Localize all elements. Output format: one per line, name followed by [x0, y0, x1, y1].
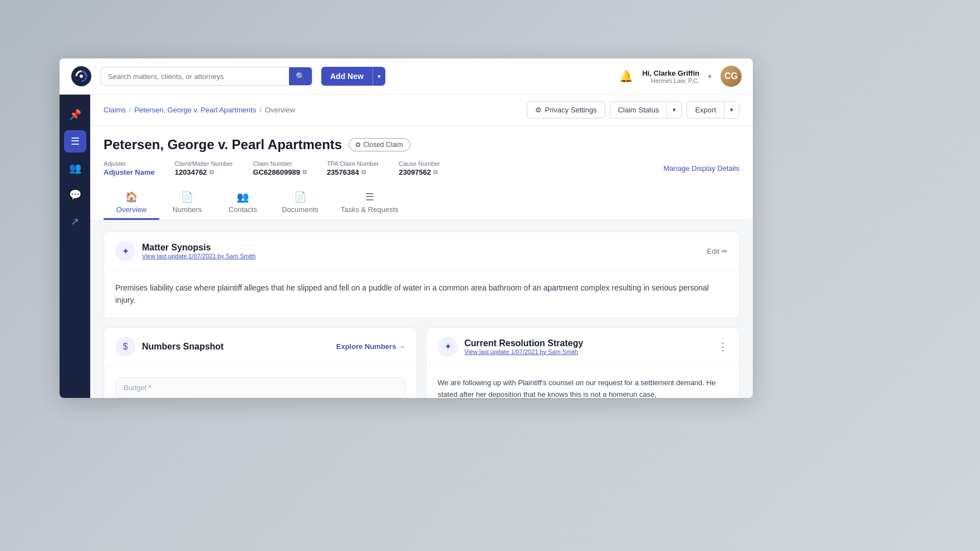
tab-overview[interactable]: 🏠 Overview — [104, 185, 159, 220]
matter-synopsis-title-group: Matter Synopsis View last update 1/07/20… — [142, 243, 256, 259]
documents-icon: 📄 — [294, 191, 306, 203]
claim-number-text: GC628609989 — [253, 168, 300, 176]
explore-numbers-link[interactable]: Explore Numbers → — [336, 342, 405, 351]
resolution-strategy-title: Current Resolution Strategy — [464, 338, 583, 348]
claim-title-row: Petersen, George v. Pearl Apartments Clo… — [104, 137, 739, 152]
resolution-strategy-icon: ✦ — [444, 341, 452, 352]
sidebar: 📌 ☰ 👥 💬 ↗ — [60, 95, 90, 398]
tpa-claim-value: 23576384 ⧉ — [327, 168, 379, 176]
navbar: 🔍 Add New ▾ 🔔 Hi, Clarke Griffin Hermes … — [60, 58, 753, 95]
tab-overview-label: Overview — [116, 205, 146, 218]
numbers-snapshot-header: $ Numbers Snapshot Explore Numbers → — [104, 328, 416, 366]
tab-numbers-label: Numbers — [173, 205, 202, 218]
contacts-icon: 👥 — [237, 191, 249, 203]
export-button[interactable]: Export — [687, 102, 724, 118]
page-content: ✦ Matter Synopsis View last update 1/07/… — [90, 220, 753, 398]
tab-numbers[interactable]: 📄 Numbers — [159, 185, 215, 220]
matter-synopsis-icon-wrap: ✦ — [115, 241, 135, 261]
cause-number-label: Cause Number — [399, 160, 440, 167]
resolution-strategy-body: We are following up with Plaintiff's cou… — [427, 366, 739, 398]
notification-bell-icon[interactable]: 🔔 — [619, 70, 633, 83]
tab-contacts-label: Contacts — [228, 205, 257, 218]
adjuster-value[interactable]: Adjuster Name — [104, 168, 155, 176]
breadcrumb: Claims / Petersen, George v. Pearl Apart… — [104, 106, 295, 114]
svg-point-1 — [80, 75, 83, 78]
tab-tasks[interactable]: ☰ Tasks & Requests — [330, 185, 410, 220]
sidebar-item-share[interactable]: ↗ — [64, 210, 86, 233]
copy-client-matter-icon[interactable]: ⧉ — [209, 169, 214, 176]
resolution-strategy-menu-icon[interactable]: ⋮ — [718, 341, 728, 352]
claim-title: Petersen, George v. Pearl Apartments — [104, 137, 342, 152]
tpa-claim-field: TPA Claim Number 23576384 ⧉ — [327, 160, 379, 176]
sidebar-item-list[interactable]: ☰ — [64, 130, 86, 152]
copy-tpa-icon[interactable]: ⧉ — [361, 169, 366, 176]
numbers-snapshot-icon-wrap: $ — [115, 337, 135, 357]
adjuster-label: Adjuster — [104, 160, 155, 167]
add-new-button[interactable]: Add New — [321, 67, 373, 86]
client-matter-label: Client/Matter Number — [175, 160, 233, 167]
user-name: Hi, Clarke Griffin — [642, 69, 699, 77]
numbers-snapshot-body: Budget * — [104, 366, 416, 398]
main-layout: 📌 ☰ 👥 💬 ↗ Claims / Petersen, George v. P… — [60, 95, 753, 398]
matter-synopsis-edit-link[interactable]: Edit ✏ — [707, 247, 728, 255]
claim-number-label: Claim Number — [253, 160, 307, 167]
claim-status-dropdown-button[interactable]: ▾ — [667, 102, 682, 117]
breadcrumb-case[interactable]: Petersen, George v. Pearl Apartments — [134, 106, 256, 114]
search-button[interactable]: 🔍 — [289, 67, 312, 85]
copy-cause-icon[interactable]: ⧉ — [433, 169, 438, 176]
privacy-settings-button[interactable]: ⚙ Privacy Settings — [527, 101, 605, 119]
two-col-section: $ Numbers Snapshot Explore Numbers → Bud… — [104, 327, 739, 398]
manage-display-details-link[interactable]: Manage Display Details — [663, 164, 739, 173]
claim-status-button[interactable]: Claim Status — [610, 102, 667, 118]
user-info: Hi, Clarke Griffin Hermes Law, P.C. — [642, 69, 699, 84]
privacy-settings-label: Privacy Settings — [545, 106, 597, 114]
matter-synopsis-icon: ✦ — [122, 246, 129, 257]
breadcrumb-actions: ⚙ Privacy Settings Claim Status ▾ Export… — [527, 101, 739, 119]
edit-label: Edit — [707, 247, 719, 255]
client-matter-field: Client/Matter Number 12034762 ⧉ — [175, 160, 233, 176]
navbar-right: 🔔 Hi, Clarke Griffin Hermes Law, P.C. ▾ … — [619, 66, 742, 87]
resolution-text: We are following up with Plaintiff's cou… — [438, 377, 728, 398]
resolution-strategy-update[interactable]: View last update 1/07/2021 by Sam Smith — [464, 348, 583, 355]
numbers-icon: 📄 — [181, 191, 193, 203]
tabs-row: 🏠 Overview 📄 Numbers 👥 Contacts 📄 Docume… — [104, 185, 739, 220]
tab-documents[interactable]: 📄 Documents — [271, 185, 330, 220]
matter-synopsis-card: ✦ Matter Synopsis View last update 1/07/… — [104, 232, 739, 318]
breadcrumb-bar: Claims / Petersen, George v. Pearl Apart… — [90, 95, 753, 126]
header-section: Petersen, George v. Pearl Apartments Clo… — [90, 126, 753, 220]
sidebar-item-pin[interactable]: 📌 — [64, 104, 86, 126]
tab-contacts[interactable]: 👥 Contacts — [215, 185, 271, 220]
app-logo — [71, 66, 92, 87]
matter-synopsis-header: ✦ Matter Synopsis View last update 1/07/… — [104, 232, 739, 270]
avatar[interactable]: CG — [721, 66, 742, 87]
sidebar-item-team[interactable]: 👥 — [64, 157, 86, 179]
claim-meta: Adjuster Adjuster Name Client/Matter Num… — [104, 160, 739, 183]
search-bar[interactable]: 🔍 — [101, 67, 312, 86]
gear-icon: ⚙ — [535, 106, 542, 114]
resolution-title-group: Current Resolution Strategy View last up… — [464, 338, 583, 355]
matter-synopsis-header-right: Edit ✏ — [707, 247, 728, 255]
breadcrumb-current: Overview — [265, 106, 295, 114]
resolution-strategy-header: ✦ Current Resolution Strategy View last … — [427, 328, 739, 366]
tab-documents-label: Documents — [282, 205, 318, 218]
closed-claim-badge: Closed Claim — [349, 138, 410, 151]
tasks-icon: ☰ — [365, 191, 374, 203]
user-chevron-icon[interactable]: ▾ — [708, 73, 712, 80]
copy-claim-number-icon[interactable]: ⧉ — [302, 169, 307, 176]
sidebar-item-chat[interactable]: 💬 — [64, 184, 86, 206]
app-container: 🔍 Add New ▾ 🔔 Hi, Clarke Griffin Hermes … — [60, 58, 753, 398]
matter-synopsis-update[interactable]: View last update 1/07/2021 by Sam Smith — [142, 253, 256, 259]
overview-icon: 🏠 — [125, 191, 138, 203]
cause-number-field: Cause Number 23097562 ⧉ — [399, 160, 440, 176]
export-wrapper: Export ▾ — [687, 101, 739, 119]
tab-tasks-label: Tasks & Requests — [341, 205, 399, 218]
resolution-strategy-card: ✦ Current Resolution Strategy View last … — [426, 327, 739, 398]
client-matter-value: 12034762 ⧉ — [175, 168, 233, 176]
add-new-dropdown-button[interactable]: ▾ — [373, 67, 385, 86]
export-dropdown-button[interactable]: ▾ — [724, 102, 739, 117]
client-matter-number: 12034762 — [175, 168, 207, 176]
cause-number-value: 23097562 ⧉ — [399, 168, 440, 176]
claim-status-wrapper: Claim Status ▾ — [610, 101, 683, 119]
breadcrumb-claims[interactable]: Claims — [104, 106, 126, 114]
search-input[interactable] — [101, 68, 289, 85]
